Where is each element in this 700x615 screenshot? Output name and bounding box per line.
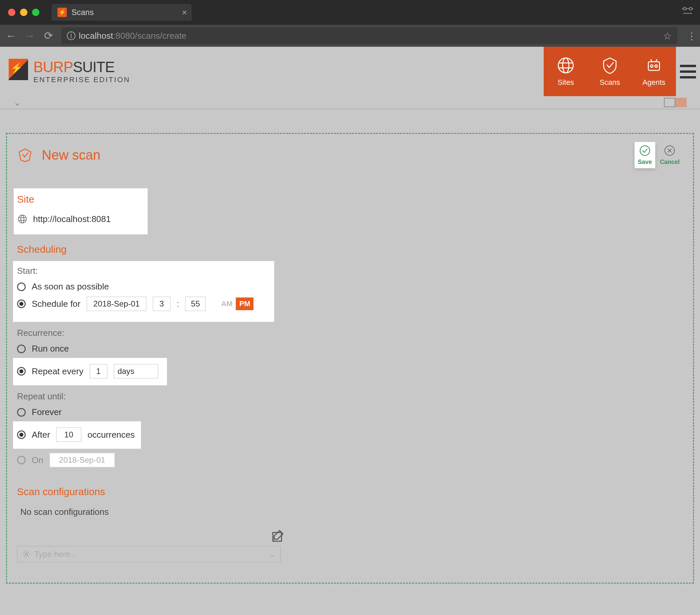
recurrence-repeat-option-box: Repeat every <box>13 358 167 385</box>
radio-icon[interactable] <box>17 456 26 464</box>
time-colon: : <box>177 299 179 309</box>
address-bar-row: ← → ⟳ i localhost:8080/scans/create ☆ ⋮ <box>0 25 700 47</box>
reload-icon[interactable]: ⟳ <box>43 29 54 42</box>
view-toggle <box>664 98 687 107</box>
on-date-option[interactable]: On <box>17 452 683 468</box>
radio-icon[interactable] <box>17 283 26 291</box>
radio-checked-icon[interactable] <box>17 367 26 376</box>
scan-shield-icon <box>17 147 33 163</box>
shield-icon <box>600 56 619 75</box>
scheduling-section-title: Scheduling <box>17 244 683 255</box>
recurrence-run-once-option[interactable]: Run once <box>17 343 683 354</box>
after-occurrences-option[interactable]: After occurrences <box>17 427 135 443</box>
info-icon[interactable]: i <box>67 32 75 40</box>
logo[interactable]: BURPSUITE ENTERPRISE EDITION <box>9 59 130 84</box>
site-url-row: http://localhost:8081 <box>17 214 111 224</box>
schedule-date-input[interactable] <box>87 297 147 311</box>
svg-point-10 <box>21 215 24 223</box>
scan-config-title: Scan configurations <box>17 486 683 498</box>
after-occurrences-box: After occurrences <box>13 421 141 449</box>
bookmark-icon[interactable]: ☆ <box>663 30 672 42</box>
cancel-button[interactable]: Cancel <box>657 142 683 168</box>
repeat-until-label: Repeat until: <box>17 391 683 402</box>
browser-tab[interactable]: Scans × <box>51 4 192 21</box>
forward-icon[interactable]: → <box>24 30 35 42</box>
svg-point-7 <box>640 146 650 155</box>
svg-point-1 <box>689 7 692 10</box>
gear-icon <box>22 550 30 558</box>
logo-text: BURPSUITE <box>34 59 130 75</box>
extension-icon[interactable] <box>681 5 694 15</box>
scan-config-section: Scan configurations No scan configuratio… <box>17 486 683 563</box>
config-placeholder: Type here... <box>34 550 77 559</box>
check-circle-icon <box>639 145 651 156</box>
view-toggle-right[interactable] <box>675 98 687 107</box>
occurrences-input[interactable] <box>56 427 82 442</box>
schedule-hour-input[interactable] <box>153 297 171 311</box>
robot-icon <box>645 56 663 75</box>
globe-icon <box>557 56 575 75</box>
minimize-window-icon[interactable] <box>20 9 27 16</box>
repeat-value-input[interactable] <box>89 364 108 379</box>
app-viewport: BURPSUITE ENTERPRISE EDITION Sites Scans… <box>0 47 700 615</box>
radio-checked-icon[interactable] <box>17 430 26 439</box>
maximize-window-icon[interactable] <box>32 9 39 16</box>
globe-icon <box>17 214 28 224</box>
radio-icon[interactable] <box>17 408 26 417</box>
hamburger-menu-icon[interactable] <box>676 47 700 96</box>
am-button[interactable]: AM <box>218 298 236 310</box>
svg-point-9 <box>18 215 26 223</box>
window-controls <box>0 9 47 16</box>
save-button[interactable]: Save <box>635 142 655 168</box>
svg-rect-4 <box>648 62 660 71</box>
svg-point-2 <box>559 58 573 73</box>
address-bar[interactable]: i localhost:8080/scans/create ☆ <box>61 27 677 44</box>
close-window-icon[interactable] <box>8 9 15 16</box>
start-schedule-option[interactable]: Schedule for : AM PM <box>17 296 253 312</box>
recurrence-repeat-option[interactable]: Repeat every <box>17 363 158 379</box>
on-date-input[interactable] <box>49 453 115 467</box>
nav-scans[interactable]: Scans <box>588 47 632 96</box>
chevron-down-icon[interactable]: ⌄ <box>13 97 21 108</box>
site-section-title: Site <box>17 194 111 205</box>
svg-point-6 <box>655 65 657 67</box>
start-asap-option[interactable]: As soon as possible <box>17 281 253 292</box>
favicon-icon <box>58 8 67 17</box>
forever-option[interactable]: Forever <box>17 406 683 418</box>
site-url: http://localhost:8081 <box>33 214 111 224</box>
browser-menu-icon[interactable]: ⋮ <box>687 30 695 42</box>
panel-title: New scan <box>42 148 101 163</box>
chevron-down-icon[interactable]: ⌄ <box>269 550 276 559</box>
ampm-toggle: AM PM <box>218 298 253 310</box>
nav-sites[interactable]: Sites <box>544 47 588 96</box>
logo-mark-icon <box>9 59 28 80</box>
svg-point-5 <box>651 65 653 67</box>
url-text: localhost:8080/scans/create <box>79 31 186 41</box>
edit-icon[interactable] <box>271 529 284 542</box>
site-section: Site http://localhost:8081 <box>14 188 148 234</box>
no-config-message: No scan configurations <box>20 507 683 517</box>
browser-chrome: Scans × ← → ⟳ i localhost:8080/scans/cre… <box>0 0 700 47</box>
tab-bar: Scans × <box>0 0 700 25</box>
svg-point-12 <box>25 553 27 555</box>
close-tab-icon[interactable]: × <box>182 7 187 18</box>
svg-point-3 <box>563 58 569 73</box>
new-scan-panel: New scan Save Cancel Site http://localho… <box>6 133 694 583</box>
panel-header: New scan Save Cancel <box>17 142 683 168</box>
close-circle-icon <box>664 145 676 156</box>
schedule-minute-input[interactable] <box>185 297 206 311</box>
repeat-unit-input[interactable] <box>114 364 158 379</box>
top-nav: Sites Scans Agents <box>544 47 676 96</box>
svg-point-0 <box>683 7 686 10</box>
tab-title: Scans <box>72 8 182 17</box>
radio-checked-icon[interactable] <box>17 300 26 308</box>
radio-icon[interactable] <box>17 344 26 353</box>
scan-config-input[interactable]: Type here... ⌄ <box>17 546 281 563</box>
view-toggle-left[interactable] <box>664 98 675 107</box>
logo-tagline: ENTERPRISE EDITION <box>34 75 130 84</box>
app-header: BURPSUITE ENTERPRISE EDITION Sites Scans… <box>0 47 700 96</box>
nav-agents[interactable]: Agents <box>632 47 676 96</box>
back-icon[interactable]: ← <box>5 30 17 42</box>
start-section: Start: As soon as possible Schedule for … <box>13 261 274 322</box>
pm-button[interactable]: PM <box>236 298 253 310</box>
